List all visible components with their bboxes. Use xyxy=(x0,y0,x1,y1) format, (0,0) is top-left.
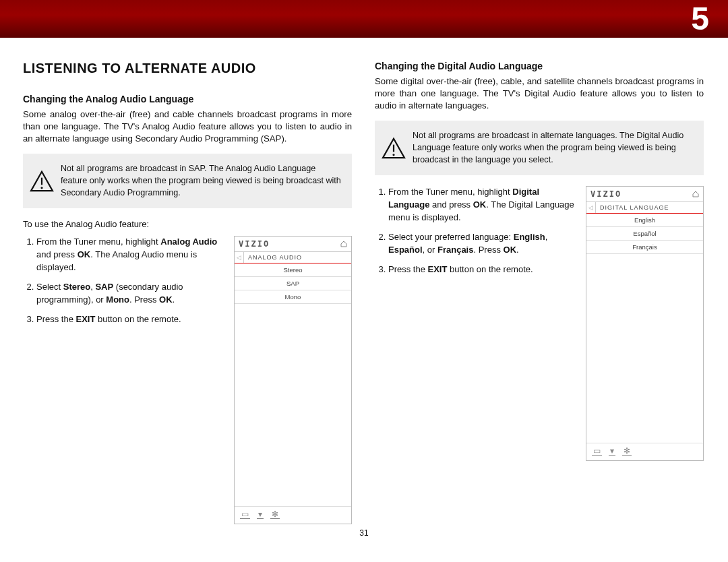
analog-step-3: Press the EXIT button on the remote. xyxy=(36,313,224,326)
page-body: LISTENING TO ALTERNATE AUDIO Changing th… xyxy=(0,38,728,524)
home-icon xyxy=(340,241,347,247)
analog-note-text: Not all programs are broadcast in SAP. T… xyxy=(61,163,341,199)
svg-point-3 xyxy=(392,154,394,156)
menu-option: SAP xyxy=(235,277,351,290)
back-icon: ◁ xyxy=(235,252,244,263)
digital-heading: Changing the Digital Audio Language xyxy=(375,61,704,71)
menu-option: Stereo xyxy=(235,263,351,277)
gear-icon: ✻ xyxy=(270,510,280,519)
analog-menu-title: ANALOG AUDIO xyxy=(244,252,306,263)
warning-icon xyxy=(30,170,54,192)
gear-icon: ✻ xyxy=(622,447,632,456)
digital-step-1: From the Tuner menu, highlight Digital L… xyxy=(388,186,576,224)
tv-brand: VIZIO xyxy=(239,239,270,249)
section-headline: LISTENING TO ALTERNATE AUDIO xyxy=(23,61,352,76)
analog-step-1: From the Tuner menu, highlight Analog Au… xyxy=(36,236,224,274)
menu-option: English xyxy=(586,214,703,227)
chapter-number: 5 xyxy=(691,0,709,37)
analog-menu-screenshot: VIZIO ◁ ANALOG AUDIO Stereo SAP Mono ▭ ▾ xyxy=(234,236,352,524)
digital-intro: Some digital over-the-air (free), cable,… xyxy=(375,75,704,111)
digital-steps: From the Tuner menu, highlight Digital L… xyxy=(375,186,576,461)
tv-brand: VIZIO xyxy=(590,189,621,199)
page-number: 31 xyxy=(0,528,728,538)
analog-intro: Some analog over-the-air (free) and cabl… xyxy=(23,108,352,144)
analog-steps: From the Tuner menu, highlight Analog Au… xyxy=(23,236,224,524)
warning-icon xyxy=(382,137,406,159)
digital-step-2: Select your preferred language: English,… xyxy=(388,231,576,257)
wide-icon: ▭ xyxy=(592,447,602,456)
chapter-header: 5 xyxy=(0,0,728,38)
digital-menu-title: DIGITAL LANGUAGE xyxy=(596,202,673,213)
tv-footer-icons: ▭ ▾ ✻ xyxy=(240,510,346,519)
chevron-down-icon: ▾ xyxy=(257,510,264,519)
analog-step-2: Select Stereo, SAP (secondary audio prog… xyxy=(36,281,224,307)
chevron-down-icon: ▾ xyxy=(609,447,615,456)
home-icon xyxy=(692,191,699,197)
analog-lead: To use the Analog Audio feature: xyxy=(23,219,352,229)
svg-point-1 xyxy=(40,187,42,189)
wide-icon: ▭ xyxy=(240,510,250,519)
right-column: Changing the Digital Audio Language Some… xyxy=(375,61,704,524)
digital-menu-screenshot: VIZIO ◁ DIGITAL LANGUAGE English Español… xyxy=(586,186,704,461)
analog-note-box: Not all programs are broadcast in SAP. T… xyxy=(23,154,352,208)
menu-option: Mono xyxy=(235,290,351,304)
digital-note-box: Not all programs are broadcast in altern… xyxy=(375,121,704,175)
left-column: LISTENING TO ALTERNATE AUDIO Changing th… xyxy=(23,61,352,524)
menu-option: Français xyxy=(586,241,703,254)
back-icon: ◁ xyxy=(586,202,596,213)
analog-heading: Changing the Analog Audio Language xyxy=(23,94,352,104)
menu-option: Español xyxy=(586,227,703,241)
digital-note-text: Not all programs are broadcast in altern… xyxy=(413,130,693,166)
digital-step-3: Press the EXIT button on the remote. xyxy=(388,263,576,276)
tv-footer-icons: ▭ ▾ ✻ xyxy=(592,447,698,456)
